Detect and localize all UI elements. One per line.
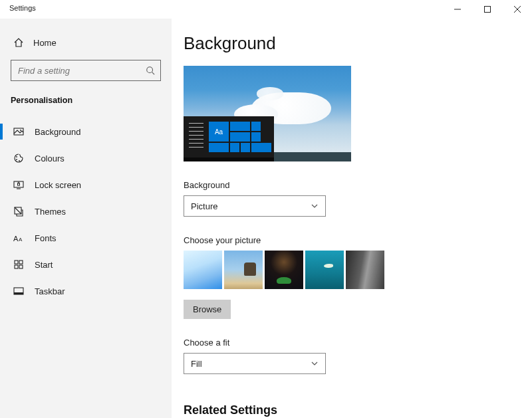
choose-fit-label: Choose a fit: [184, 338, 532, 348]
taskbar-icon: [13, 286, 24, 296]
home-label: Home: [33, 38, 57, 48]
background-dropdown-label: Background: [184, 180, 532, 190]
close-icon: [514, 6, 521, 13]
svg-rect-14: [15, 265, 18, 268]
background-preview: Aa: [184, 66, 351, 161]
svg-rect-15: [19, 265, 23, 268]
picture-thumb-2[interactable]: [224, 251, 263, 289]
picture-thumbnails: [184, 251, 532, 289]
svg-rect-17: [14, 292, 23, 294]
related-settings-heading: Related Settings: [184, 403, 532, 417]
picture-thumb-1[interactable]: [184, 251, 222, 289]
maximize-icon: [484, 6, 491, 13]
svg-text:A: A: [19, 237, 23, 243]
home-icon: [13, 37, 24, 48]
preview-start-menu: Aa: [184, 116, 274, 161]
search-icon: [146, 66, 155, 75]
content-body: Home Personalisation Background: [0, 19, 532, 418]
sidebar-section-label: Personalisation: [0, 89, 172, 114]
svg-point-5: [16, 159, 17, 160]
picture-thumb-5[interactable]: [346, 251, 384, 289]
svg-point-4: [16, 156, 17, 157]
titlebar: Settings: [0, 0, 532, 19]
window-title: Settings: [9, 4, 36, 12]
svg-point-6: [19, 160, 20, 161]
page-title: Background: [184, 33, 532, 54]
sidebar-nav: Background Colours Lock screen: [0, 114, 172, 304]
main-content: Background Aa: [172, 19, 532, 418]
browse-button[interactable]: Browse: [184, 300, 231, 319]
settings-window: Settings Home: [0, 0, 532, 418]
svg-text:A: A: [13, 235, 19, 243]
sidebar-item-label: Start: [35, 260, 53, 270]
minimize-icon: [454, 6, 461, 13]
minimize-button[interactable]: [442, 0, 472, 19]
sidebar-item-label: Lock screen: [35, 180, 81, 190]
sidebar: Home Personalisation Background: [0, 19, 172, 418]
svg-rect-13: [19, 261, 23, 264]
fonts-icon: AA: [13, 233, 24, 243]
search-container: [0, 54, 172, 89]
sidebar-item-background[interactable]: Background: [0, 118, 172, 145]
preview-tile-aa: Aa: [209, 122, 229, 142]
home-button[interactable]: Home: [0, 31, 172, 54]
picture-thumb-3[interactable]: [265, 251, 303, 289]
sidebar-item-start[interactable]: Start: [0, 251, 172, 278]
sidebar-item-label: Background: [35, 127, 80, 137]
background-dropdown[interactable]: Picture: [184, 195, 326, 217]
search-input-wrap[interactable]: [11, 60, 161, 81]
sidebar-item-label: Colours: [35, 154, 65, 163]
lockscreen-icon: [13, 179, 24, 190]
sidebar-item-lockscreen[interactable]: Lock screen: [0, 171, 172, 198]
svg-point-1: [147, 67, 153, 73]
svg-rect-0: [484, 7, 490, 13]
sidebar-item-label: Themes: [35, 207, 66, 217]
search-input[interactable]: [18, 66, 131, 76]
sidebar-item-colours[interactable]: Colours: [0, 145, 172, 171]
cloud-graphic: [257, 87, 283, 100]
sidebar-item-themes[interactable]: Themes: [0, 198, 172, 225]
fit-dropdown-value: Fill: [191, 359, 202, 369]
background-dropdown-value: Picture: [191, 201, 217, 211]
chevron-down-icon: [311, 202, 319, 210]
svg-rect-8: [18, 183, 20, 185]
sidebar-item-taskbar[interactable]: Taskbar: [0, 278, 172, 304]
sidebar-item-label: Fonts: [35, 233, 57, 243]
sidebar-item-label: Taskbar: [35, 286, 65, 296]
svg-rect-12: [15, 261, 18, 264]
picture-thumb-4[interactable]: [305, 251, 344, 289]
themes-icon: [13, 206, 24, 217]
maximize-button[interactable]: [472, 0, 502, 19]
svg-point-3: [20, 130, 21, 131]
picture-icon: [13, 126, 24, 137]
fit-dropdown[interactable]: Fill: [184, 353, 326, 374]
start-icon: [13, 259, 24, 270]
choose-picture-label: Choose your picture: [184, 235, 532, 245]
chevron-down-icon: [311, 360, 319, 367]
sidebar-item-fonts[interactable]: AA Fonts: [0, 225, 172, 251]
palette-icon: [13, 153, 24, 163]
close-button[interactable]: [502, 0, 532, 19]
